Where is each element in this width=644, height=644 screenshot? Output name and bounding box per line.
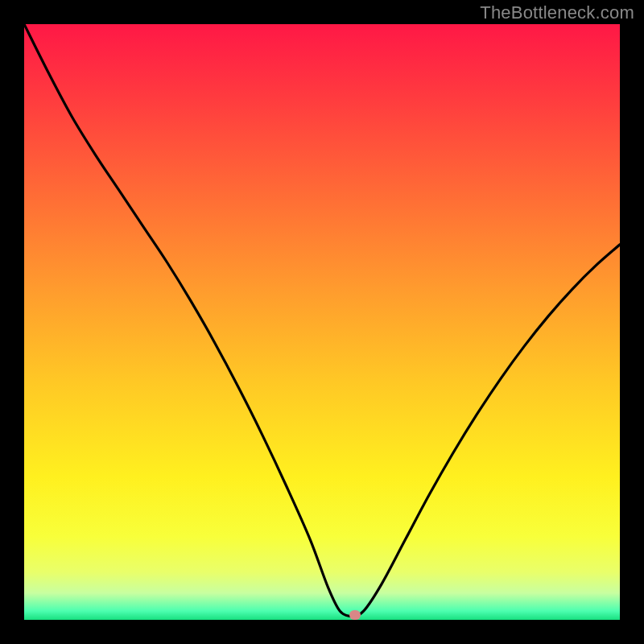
watermark-text: TheBottleneck.com — [480, 2, 634, 23]
chart-frame: TheBottleneck.com — [0, 0, 644, 644]
gradient-background — [24, 24, 620, 620]
plot-area — [24, 24, 620, 620]
plot-svg — [24, 24, 620, 620]
optimum-marker — [349, 610, 361, 620]
